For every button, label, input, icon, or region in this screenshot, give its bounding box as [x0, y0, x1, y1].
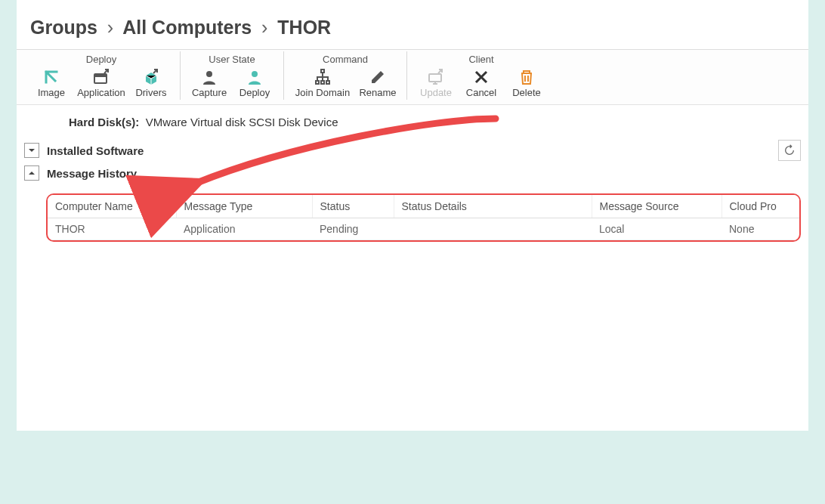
- hierarchy-icon: [290, 67, 355, 87]
- chevron-right-icon: ›: [107, 17, 113, 38]
- toolbar-button-label: Image: [29, 87, 74, 98]
- application-button[interactable]: Application: [74, 66, 128, 100]
- refresh-button[interactable]: [778, 140, 801, 161]
- content-area: Hard Disk(s): VMware Virtual disk SCSI D…: [17, 105, 808, 431]
- hard-disk-value: VMware Virtual disk SCSI Disk Device: [146, 116, 338, 128]
- svg-rect-6: [321, 81, 324, 84]
- rename-button[interactable]: Rename: [355, 66, 400, 100]
- arrow-up-left-icon: [29, 67, 74, 87]
- breadcrumb-item-groups[interactable]: Groups: [30, 17, 97, 38]
- expander-collapsed[interactable]: [24, 143, 39, 158]
- breadcrumb-item-thor[interactable]: THOR: [277, 17, 331, 38]
- expander-expanded[interactable]: [24, 165, 39, 181]
- monitor-arrow-icon: [413, 67, 459, 87]
- svg-rect-7: [326, 81, 329, 84]
- toolbar-group-label: User State: [187, 51, 277, 66]
- svg-point-2: [206, 71, 212, 77]
- cell-cloud-pro: None: [721, 218, 801, 240]
- message-history-table: Computer Name Message Type Status Status…: [46, 193, 801, 242]
- toolbar-button-label: Update: [413, 87, 459, 98]
- window-arrow-icon: [74, 67, 128, 87]
- col-header-message-source[interactable]: Message Source: [592, 195, 721, 218]
- toolbar: Deploy Image Application: [17, 50, 808, 105]
- chevron-right-icon: ›: [261, 17, 267, 38]
- capture-button[interactable]: Capture: [187, 66, 232, 100]
- trash-icon: [504, 67, 549, 87]
- svg-rect-5: [316, 81, 319, 84]
- toolbar-group-client: Client Update Cancel: [407, 51, 555, 100]
- cell-message-source: Local: [592, 218, 721, 240]
- toolbar-group-label: Deploy: [29, 51, 174, 66]
- svg-rect-4: [321, 70, 324, 73]
- hard-disk-row: Hard Disk(s): VMware Virtual disk SCSI D…: [24, 110, 801, 138]
- table-empty-space: [46, 242, 801, 431]
- x-icon: [459, 67, 504, 87]
- cell-status: Pending: [312, 218, 394, 240]
- box-arrow-icon: [128, 67, 174, 87]
- toolbar-button-label: Application: [74, 87, 128, 98]
- toolbar-group-user-state: User State Capture Deploy: [181, 51, 284, 100]
- breadcrumb: Groups › All Computers › THOR: [17, 0, 808, 49]
- person-icon: [232, 67, 277, 87]
- toolbar-group-label: Command: [290, 51, 400, 66]
- svg-point-3: [252, 71, 258, 77]
- person-icon: [187, 67, 232, 87]
- hard-disk-label: Hard Disk(s):: [69, 116, 139, 128]
- toolbar-button-label: Drivers: [128, 87, 174, 98]
- toolbar-button-label: Rename: [355, 87, 400, 98]
- message-history-section: Message History: [24, 163, 801, 183]
- refresh-icon: [783, 144, 796, 156]
- svg-rect-8: [429, 74, 441, 82]
- deploy-button[interactable]: Deploy: [232, 66, 277, 100]
- toolbar-button-label: Delete: [504, 87, 549, 98]
- svg-rect-1: [94, 74, 107, 77]
- toolbar-button-label: Deploy: [232, 87, 277, 98]
- col-header-computer-name[interactable]: Computer Name: [48, 195, 176, 218]
- drivers-button[interactable]: Drivers: [128, 66, 174, 100]
- col-header-cloud-pro[interactable]: Cloud Pro: [721, 195, 801, 218]
- cancel-button[interactable]: Cancel: [459, 66, 504, 100]
- image-button[interactable]: Image: [29, 66, 74, 100]
- chevron-up-icon: [28, 169, 36, 177]
- toolbar-group-label: Client: [413, 51, 549, 66]
- breadcrumb-item-all-computers[interactable]: All Computers: [122, 17, 252, 38]
- join-domain-button[interactable]: Join Domain: [290, 66, 355, 100]
- section-title: Message History: [47, 167, 137, 180]
- update-button: Update: [413, 66, 459, 100]
- toolbar-group-command: Command Join Domain Rename: [284, 51, 407, 100]
- toolbar-button-label: Join Domain: [290, 87, 355, 98]
- section-title: Installed Software: [47, 144, 144, 157]
- chevron-down-icon: [28, 147, 36, 154]
- installed-software-section: Installed Software: [24, 138, 801, 163]
- cell-computer-name: THOR: [48, 218, 176, 240]
- toolbar-group-deploy: Deploy Image Application: [23, 51, 181, 100]
- delete-button[interactable]: Delete: [504, 66, 549, 100]
- col-header-status-details[interactable]: Status Details: [394, 195, 592, 218]
- toolbar-button-label: Cancel: [459, 87, 504, 98]
- table-header-row: Computer Name Message Type Status Status…: [48, 195, 801, 218]
- cell-status-details: [394, 218, 592, 240]
- pencil-icon: [355, 67, 400, 87]
- col-header-message-type[interactable]: Message Type: [176, 195, 312, 218]
- cell-message-type: Application: [176, 218, 312, 240]
- toolbar-button-label: Capture: [187, 87, 232, 98]
- table-row[interactable]: THOR Application Pending Local None: [48, 218, 801, 240]
- col-header-status[interactable]: Status: [312, 195, 394, 218]
